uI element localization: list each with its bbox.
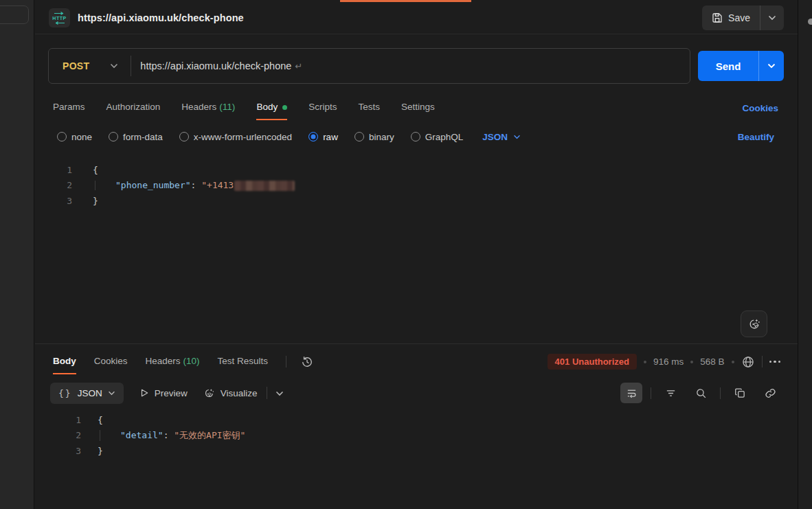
request-header: HTTP https://api.xiaomu.uk/check-phone S… xyxy=(35,0,798,34)
radio-icon xyxy=(57,132,67,142)
tab-label: Headers xyxy=(146,356,181,366)
format-label: JSON xyxy=(78,388,102,398)
filter-button[interactable] xyxy=(659,383,681,403)
token-brace: { xyxy=(93,165,98,175)
right-strip-handle-icon[interactable] xyxy=(808,19,812,25)
tab-scripts[interactable]: Scripts xyxy=(308,95,337,120)
mode-label: x-www-form-urlencoded xyxy=(194,132,292,142)
indent-guide xyxy=(100,430,100,441)
response-meta: 401 Unauthorized 916 ms 568 B xyxy=(548,354,780,370)
save-button[interactable]: Save xyxy=(702,5,760,30)
response-tab-headers[interactable]: Headers(10) xyxy=(146,350,200,374)
mode-label: raw xyxy=(323,132,338,142)
search-icon xyxy=(695,387,707,399)
mode-raw[interactable]: raw xyxy=(308,132,338,142)
send-options-button[interactable] xyxy=(759,51,784,81)
divider xyxy=(762,356,763,367)
token-string: "无效的API密钥" xyxy=(174,430,245,440)
response-tools xyxy=(620,383,781,403)
redacted-phone-number xyxy=(234,181,295,191)
status-badge[interactable]: 401 Unauthorized xyxy=(548,354,637,370)
response-tab-body[interactable]: Body xyxy=(53,350,76,374)
save-options-button[interactable] xyxy=(760,5,784,30)
language-label: JSON xyxy=(482,132,508,142)
search-button[interactable] xyxy=(690,383,712,403)
preview-button[interactable]: Preview xyxy=(139,388,188,398)
request-response-divider[interactable] xyxy=(35,343,798,344)
response-tab-test-results[interactable]: Test Results xyxy=(218,350,269,374)
response-toolbar: {} JSON Preview Visualize xyxy=(50,382,781,404)
response-time[interactable]: 916 ms xyxy=(653,357,684,367)
mode-none[interactable]: none xyxy=(57,132,92,142)
tab-headers[interactable]: Headers(11) xyxy=(181,95,235,120)
history-clock-icon xyxy=(300,355,314,369)
tab-label: Params xyxy=(53,102,85,112)
body-mode-row: none form-data x-www-form-urlencoded raw… xyxy=(57,127,774,146)
chevron-down-icon xyxy=(108,391,115,396)
language-selector[interactable]: JSON xyxy=(482,132,521,142)
sparkle-bot-icon xyxy=(747,317,761,331)
tab-tests[interactable]: Tests xyxy=(358,95,380,120)
method-selector[interactable]: POST xyxy=(49,60,131,71)
wrap-text-button[interactable] xyxy=(620,383,642,403)
url-input[interactable]: https://api.xiaomu.uk/check-phone↵ xyxy=(131,60,302,71)
divider xyxy=(286,356,286,367)
postman-app-window: HTTP https://api.xiaomu.uk/check-phone S… xyxy=(0,0,812,509)
tab-authorization[interactable]: Authorization xyxy=(106,95,161,120)
radio-icon xyxy=(179,132,189,142)
response-history-button[interactable] xyxy=(300,355,314,369)
share-link-button[interactable] xyxy=(759,383,781,403)
postbot-ai-button[interactable] xyxy=(741,310,767,337)
tab-label: Test Results xyxy=(218,356,269,366)
line-number: 2 xyxy=(35,180,72,190)
chevron-down-icon xyxy=(767,63,776,69)
cookies-link[interactable]: Cookies xyxy=(742,103,778,113)
response-body-editor[interactable]: 1 { 2 "detail": "无效的API密钥" 3 } xyxy=(35,412,798,509)
dot-separator xyxy=(690,361,693,363)
send-button-label: Send xyxy=(716,60,741,72)
url-box: POST https://api.xiaomu.uk/check-phone↵ xyxy=(48,48,690,84)
network-info-button[interactable] xyxy=(741,355,755,369)
response-headers-count-badge: (10) xyxy=(183,356,200,366)
mode-binary[interactable]: binary xyxy=(354,132,394,142)
response-tab-cookies[interactable]: Cookies xyxy=(94,350,128,374)
tab-settings[interactable]: Settings xyxy=(401,95,435,120)
mode-graphql[interactable]: GraphQL xyxy=(411,132,464,142)
code-line: 3 } xyxy=(35,443,798,459)
more-views-button[interactable] xyxy=(275,387,284,399)
more-options-button[interactable] xyxy=(769,361,781,363)
visualize-button[interactable]: Visualize xyxy=(203,387,258,399)
mode-x-www-form-urlencoded[interactable]: x-www-form-urlencoded xyxy=(179,132,292,142)
body-modified-dot xyxy=(282,105,287,110)
arrow-right-icon xyxy=(54,12,65,15)
response-size[interactable]: 568 B xyxy=(700,357,724,367)
tab-body[interactable]: Body xyxy=(256,95,287,120)
chevron-down-icon xyxy=(768,15,776,21)
radio-selected-icon xyxy=(308,132,318,142)
save-button-label: Save xyxy=(728,12,750,23)
tab-params[interactable]: Params xyxy=(53,95,85,120)
response-format-selector[interactable]: {} JSON xyxy=(50,383,124,404)
mode-label: form-data xyxy=(123,132,163,142)
right-sidebar-strip xyxy=(798,0,812,509)
http-method-icon: HTTP xyxy=(49,8,70,27)
mode-label: binary xyxy=(369,132,394,142)
request-url-row: POST https://api.xiaomu.uk/check-phone↵ … xyxy=(48,48,784,84)
copy-response-button[interactable] xyxy=(729,383,751,403)
save-icon xyxy=(712,12,723,23)
beautify-link[interactable]: Beautify xyxy=(738,132,774,142)
chevron-down-icon xyxy=(110,63,118,69)
method-label: POST xyxy=(63,60,89,71)
tab-label: Headers xyxy=(181,102,216,112)
visualize-label: Visualize xyxy=(221,388,258,398)
send-button[interactable]: Send xyxy=(698,51,758,81)
mode-form-data[interactable]: form-data xyxy=(109,132,163,142)
radio-icon xyxy=(109,132,118,142)
tab-label: Body xyxy=(256,102,278,112)
sidebar-collapsed-panel[interactable] xyxy=(0,5,29,24)
braces-icon: {} xyxy=(58,388,72,398)
code-line: 3 } xyxy=(35,193,798,209)
code-line: 1 { xyxy=(35,162,798,178)
request-body-editor[interactable]: 1 { 2 "phone_number": "+1413 3 } xyxy=(35,162,798,343)
filter-icon xyxy=(665,387,677,399)
